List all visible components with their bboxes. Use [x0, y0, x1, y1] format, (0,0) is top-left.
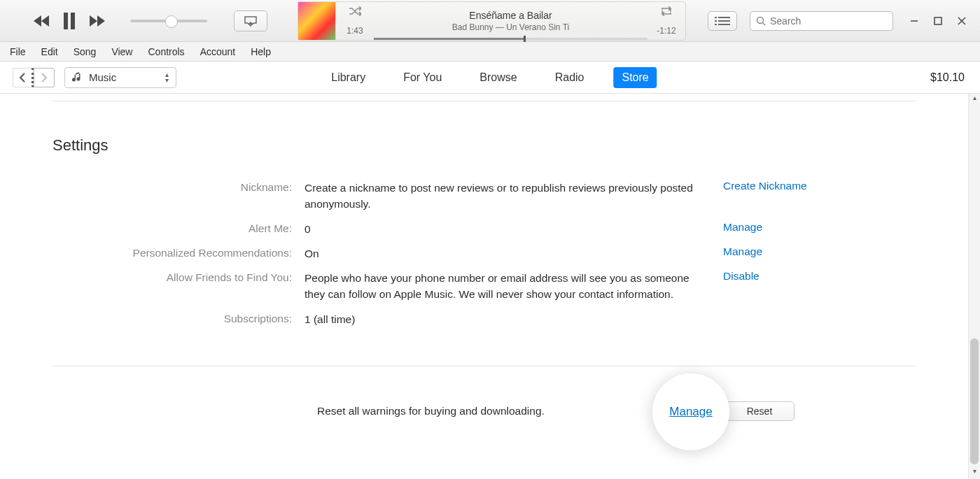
alert-me-manage-link[interactable]: Manage — [723, 221, 762, 234]
svg-rect-3 — [718, 17, 730, 18]
nickname-label: Nickname: — [52, 180, 304, 194]
media-picker[interactable]: Music ▴▾ — [64, 67, 176, 88]
lcd-right-controls: -1:12 — [648, 2, 685, 40]
menu-file[interactable]: File — [10, 46, 26, 57]
svg-point-8 — [757, 17, 764, 24]
svg-rect-7 — [718, 24, 730, 25]
svg-rect-0 — [64, 13, 68, 29]
alert-me-label: Alert Me: — [52, 221, 304, 235]
menu-view[interactable]: View — [111, 46, 132, 57]
playback-controls — [0, 10, 267, 31]
volume-slider[interactable] — [130, 20, 207, 22]
menu-song[interactable]: Song — [74, 46, 97, 57]
song-title: Enséñame a Bailar — [374, 10, 648, 21]
svg-rect-11 — [934, 17, 941, 24]
previous-track-button[interactable] — [34, 15, 50, 27]
airplay-button[interactable] — [234, 10, 267, 31]
alert-me-value: 0 — [304, 221, 696, 237]
playback-progress[interactable] — [374, 38, 648, 40]
tab-for-you[interactable]: For You — [395, 67, 450, 88]
row-nickname: Nickname: Create a nickname to post new … — [52, 180, 916, 213]
media-picker-label: Music — [89, 71, 116, 83]
svg-rect-6 — [715, 24, 717, 25]
elapsed-time: 1:43 — [346, 26, 363, 36]
divider — [52, 101, 916, 101]
svg-line-9 — [763, 23, 765, 25]
now-playing-lcd: 1:43 Enséñame a Bailar Bad Bunny — Un Ve… — [298, 1, 686, 41]
menu-controls[interactable]: Controls — [148, 46, 184, 57]
up-next-button[interactable] — [708, 11, 737, 31]
menu-edit[interactable]: Edit — [41, 46, 58, 57]
nav-forward-button[interactable] — [34, 68, 55, 87]
scroll-down-arrow[interactable]: ▾ — [969, 467, 980, 479]
row-subscriptions: Subscriptions: 1 (all time) — [52, 311, 916, 327]
row-alert-me: Alert Me: 0 Manage — [52, 221, 916, 237]
scroll-up-arrow[interactable]: ▴ — [969, 94, 980, 106]
content-area: Settings Nickname: Create a nickname to … — [0, 94, 968, 479]
subscriptions-label: Subscriptions: — [52, 311, 304, 325]
playback-bar: 1:43 Enséñame a Bailar Bad Bunny — Un Ve… — [0, 0, 980, 42]
nickname-value: Create a nickname to post new reviews or… — [304, 180, 696, 213]
svg-rect-1 — [71, 13, 75, 29]
create-nickname-link[interactable]: Create Nickname — [723, 180, 807, 192]
svg-rect-5 — [718, 20, 730, 22]
recommendations-manage-link[interactable]: Manage — [723, 245, 762, 258]
recommendations-label: Personalized Recommendations: — [52, 245, 304, 259]
window-controls — [910, 17, 966, 25]
topbar-right — [708, 0, 980, 42]
row-friends: Allow Friends to Find You: People who ha… — [52, 270, 916, 303]
row-reset-warnings: Reset all warnings for buying and downlo… — [52, 405, 916, 417]
nav-history — [13, 68, 55, 87]
next-track-button[interactable] — [88, 15, 105, 27]
search-input[interactable] — [770, 15, 892, 27]
album-art[interactable] — [298, 2, 336, 40]
menu-account[interactable]: Account — [200, 46, 236, 57]
tab-radio[interactable]: Radio — [547, 67, 593, 88]
search-field[interactable] — [750, 11, 893, 31]
nav-bar: Music ▴▾ Library For You Browse Radio St… — [0, 62, 980, 94]
repeat-icon[interactable] — [660, 6, 673, 16]
nav-back-button[interactable] — [13, 68, 34, 87]
remaining-time: -1:12 — [657, 26, 676, 36]
reset-warnings-text: Reset all warnings for buying and downlo… — [317, 405, 545, 417]
store-tabs: Library For You Browse Radio Store — [323, 67, 657, 88]
divider — [52, 366, 916, 366]
tab-library[interactable]: Library — [323, 67, 374, 88]
lcd-left-controls: 1:43 — [336, 2, 374, 40]
song-artist-album: Bad Bunny — Un Verano Sin Ti — [374, 22, 648, 32]
pause-button[interactable] — [63, 13, 76, 29]
subscriptions-manage-link[interactable]: Manage — [669, 405, 712, 419]
tab-store[interactable]: Store — [613, 67, 657, 88]
maximize-button[interactable] — [934, 17, 942, 25]
menu-bar: File Edit Song View Controls Account Hel… — [0, 42, 980, 62]
menu-help[interactable]: Help — [251, 46, 271, 57]
search-icon — [756, 16, 766, 26]
settings-heading: Settings — [52, 136, 916, 155]
scroll-thumb[interactable] — [970, 338, 979, 464]
friends-disable-link[interactable]: Disable — [723, 270, 760, 283]
music-note-icon — [72, 72, 82, 83]
settings-page: Settings Nickname: Create a nickname to … — [0, 101, 968, 417]
tab-browse[interactable]: Browse — [471, 67, 525, 88]
subscriptions-value: 1 (all time) — [304, 311, 696, 327]
svg-rect-4 — [715, 20, 717, 22]
svg-rect-2 — [715, 17, 717, 18]
shuffle-icon[interactable] — [349, 6, 361, 16]
account-balance[interactable]: $10.10 — [930, 71, 965, 84]
reset-button[interactable]: Reset — [724, 401, 794, 421]
lcd-center[interactable]: Enséñame a Bailar Bad Bunny — Un Verano … — [374, 2, 648, 40]
row-recommendations: Personalized Recommendations: On Manage — [52, 245, 916, 262]
vertical-scrollbar[interactable]: ▴ ▾ — [968, 94, 980, 479]
friends-label: Allow Friends to Find You: — [52, 270, 304, 284]
friends-value: People who have your phone number or ema… — [304, 270, 696, 303]
close-button[interactable] — [958, 17, 966, 25]
recommendations-value: On — [304, 245, 696, 262]
chevron-updown-icon: ▴▾ — [165, 72, 169, 83]
minimize-button[interactable] — [910, 17, 918, 25]
